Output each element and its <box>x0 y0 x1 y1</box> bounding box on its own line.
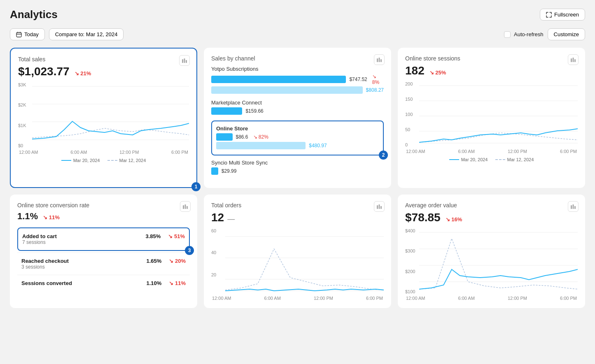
annotation-3: 3 <box>185 246 194 255</box>
total-sales-x-labels: 12:00 AM6:00 AM12:00 PM6:00 PM <box>18 150 189 155</box>
graph-icon <box>182 58 187 63</box>
sales-by-channel-icon[interactable] <box>374 54 385 65</box>
total-sales-legend: Mar 20, 2024 Mar 12, 2024 <box>18 158 189 163</box>
channel-list: Yotpo Subscriptions $747.52 ↘ 8% $808.27… <box>211 66 384 175</box>
orders-y-axis: 604020 <box>211 228 223 294</box>
online-bar-primary <box>216 133 233 141</box>
svg-rect-13 <box>574 59 576 62</box>
avg-order-value: $78.85 <box>405 211 441 224</box>
channel-syncio: Syncio Multi Store Sync $29.99 <box>211 160 384 175</box>
fullscreen-icon <box>546 12 552 18</box>
svg-rect-3 <box>186 60 187 63</box>
calendar-icon <box>16 32 22 37</box>
svg-rect-23 <box>379 204 380 209</box>
avg-order-icon[interactable] <box>568 201 579 212</box>
graph-icon-4 <box>182 204 188 209</box>
sessions-x-labels: 12:00 AM6:00 AM12:00 PM6:00 PM <box>405 149 578 154</box>
svg-rect-0 <box>16 32 21 37</box>
conversion-icon[interactable] <box>180 201 191 212</box>
orders-change: — <box>227 215 235 223</box>
total-sales-y-axis: $3K$2K$1K$0 <box>18 82 30 148</box>
svg-rect-30 <box>573 204 574 209</box>
total-sales-icon[interactable] <box>179 55 190 66</box>
svg-rect-21 <box>187 206 188 209</box>
toolbar-right: Auto-refresh Customize <box>504 28 585 40</box>
annotation-2: 2 <box>379 151 388 160</box>
online-store-sessions-card: Online store sessions 182 ↘ 25% 20015010… <box>398 48 585 188</box>
sessions-change: ↘ 25% <box>429 70 446 76</box>
toolbar: Today Compare to: Mar 12, 2024 Auto-refr… <box>10 28 585 40</box>
svg-rect-11 <box>571 58 572 62</box>
orders-chart <box>225 228 384 294</box>
marketplace-bar-primary <box>211 107 242 115</box>
graph-icon-3 <box>570 57 576 63</box>
svg-rect-2 <box>184 58 185 63</box>
sessions-icon[interactable] <box>568 54 579 65</box>
channel-marketplace: Marketplace Connect $159.66 <box>211 100 384 115</box>
svg-rect-9 <box>379 58 380 62</box>
conversion-change: ↘ 11% <box>43 214 60 220</box>
sessions-value: 182 <box>405 64 425 77</box>
avg-order-change: ↘ 16% <box>446 216 462 223</box>
svg-rect-19 <box>183 205 184 209</box>
svg-rect-29 <box>571 205 572 209</box>
auto-refresh-checkbox[interactable] <box>504 31 511 38</box>
yotpo-bar-secondary <box>211 86 363 94</box>
total-sales-change: ↘ 21% <box>75 70 91 77</box>
svg-rect-31 <box>574 206 576 209</box>
sessions-legend: Mar 20, 2024 Mar 12, 2024 <box>405 157 578 162</box>
yotpo-bar-primary <box>211 76 346 83</box>
avg-order-y-axis: $400$300$200$100 <box>405 228 418 294</box>
channel-yotpo: Yotpo Subscriptions $747.52 ↘ 8% $808.27 <box>211 66 384 94</box>
syncio-bar-primary <box>211 167 218 175</box>
sales-by-channel-card: Sales by channel Yotpo Subscriptions $74… <box>204 48 391 188</box>
total-sales-chart <box>32 82 189 148</box>
graph-icon-6 <box>570 204 576 209</box>
dashboard-grid: Total sales $1,023.77 ↘ 21% $3K$2K$1K$0 <box>10 48 585 308</box>
total-sales-title: Total sales <box>18 56 189 63</box>
orders-value: 12 <box>211 211 224 224</box>
conv-row-converted: Sessions converted 1.10% ↘ 11% <box>17 275 190 291</box>
sales-by-channel-title: Sales by channel <box>211 55 384 62</box>
graph-icon-2 <box>376 57 382 63</box>
graph-icon-5 <box>376 204 382 209</box>
annotation-1: 1 <box>191 182 201 191</box>
svg-rect-24 <box>380 206 382 209</box>
conversion-title: Online store conversion rate <box>17 202 190 209</box>
page-title: Analytics <box>10 8 58 21</box>
sessions-y-axis: 200150100500 <box>405 81 418 147</box>
orders-icon[interactable] <box>374 201 385 212</box>
conv-row-cart: Added to cart 7 sessions 3.85% ↘ 51% 3 <box>17 227 190 251</box>
avg-order-title: Average order value <box>405 202 578 209</box>
sessions-title: Online store sessions <box>405 55 578 62</box>
svg-rect-10 <box>380 59 382 62</box>
total-orders-card: Total orders 12 — 604020 <box>204 195 391 308</box>
orders-x-labels: 12:00 AM6:00 AM12:00 PM6:00 PM <box>211 296 384 301</box>
avg-order-card: Average order value $78.85 ↘ 16% $400$30… <box>398 195 585 308</box>
total-sales-value: $1,023.77 <box>18 65 70 78</box>
total-sales-card: Total sales $1,023.77 ↘ 21% $3K$2K$1K$0 <box>10 48 197 188</box>
today-button[interactable]: Today <box>10 28 45 40</box>
page-header: Analytics Fullscreen <box>10 8 585 21</box>
svg-rect-22 <box>377 205 378 209</box>
online-store-box: Online Store $86.6 ↘ 82% $480.97 2 <box>211 121 384 155</box>
conversion-rate-card: Online store conversion rate 1.1% ↘ 11% … <box>10 195 197 308</box>
sessions-chart <box>419 81 578 147</box>
customize-button[interactable]: Customize <box>548 28 585 40</box>
svg-rect-12 <box>573 58 574 62</box>
svg-rect-20 <box>185 204 186 209</box>
conversion-value: 1.1% <box>17 211 38 222</box>
online-bar-secondary <box>216 142 306 149</box>
fullscreen-button[interactable]: Fullscreen <box>540 9 585 21</box>
conversion-rows: Added to cart 7 sessions 3.85% ↘ 51% 3 R… <box>17 227 190 291</box>
avg-order-chart <box>419 228 578 294</box>
avg-order-x-labels: 12:00 AM6:00 AM12:00 PM6:00 PM <box>405 296 578 301</box>
conv-row-checkout: Reached checkout 3 sessions 1.65% ↘ 20% <box>17 253 190 275</box>
svg-rect-1 <box>182 59 183 63</box>
compare-button[interactable]: Compare to: Mar 12, 2024 <box>49 28 124 40</box>
orders-title: Total orders <box>211 202 384 209</box>
auto-refresh-toggle: Auto-refresh <box>504 31 544 38</box>
svg-rect-8 <box>377 58 378 62</box>
